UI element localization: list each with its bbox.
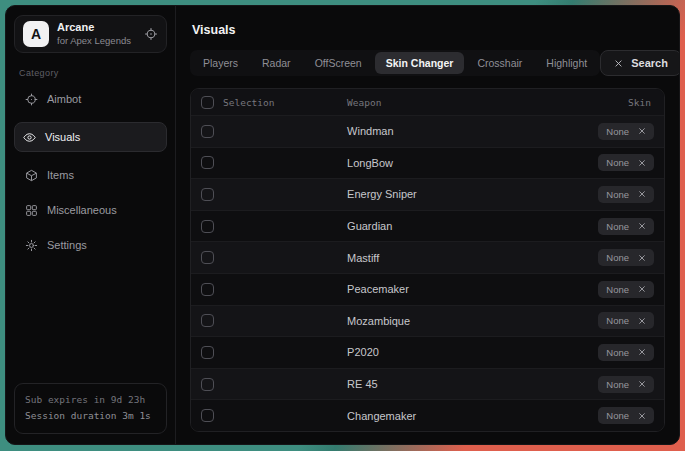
row-checkbox[interactable] <box>201 156 214 169</box>
table-row: Peacemaker None <box>191 273 664 305</box>
skin-badge[interactable]: None <box>598 123 654 140</box>
page-title: Visuals <box>192 23 663 37</box>
sidebar-item-label: Miscellaneous <box>47 204 117 216</box>
clear-skin-icon[interactable] <box>638 127 646 135</box>
tab-crosshair[interactable]: Crosshair <box>466 52 533 74</box>
toolbar: Players Radar OffScreen Skin Changer Cro… <box>190 50 665 76</box>
table-row: Mastiff None <box>191 241 664 273</box>
weapon-name: RE 45 <box>347 378 378 390</box>
weapon-name: Energy Sniper <box>347 188 417 200</box>
row-checkbox[interactable] <box>201 220 214 233</box>
row-checkbox[interactable] <box>201 314 214 327</box>
row-checkbox[interactable] <box>201 188 214 201</box>
clear-skin-icon[interactable] <box>638 222 646 230</box>
row-checkbox[interactable] <box>201 378 214 391</box>
row-checkbox[interactable] <box>201 251 214 264</box>
sidebar-item-items[interactable]: Items <box>16 161 165 189</box>
skin-badge[interactable]: None <box>598 218 654 235</box>
skin-badge-label: None <box>606 126 629 137</box>
weapon-name: Windman <box>347 125 393 137</box>
gear-icon <box>25 239 38 252</box>
subscription-status-card: Sub expires in 9d 23h Session duration 3… <box>14 383 167 434</box>
skin-badge[interactable]: None <box>598 344 654 361</box>
clear-skin-icon[interactable] <box>638 317 646 325</box>
weapon-name: P2020 <box>347 346 379 358</box>
search-icon <box>614 59 623 68</box>
table-row: Changemaker None <box>191 399 664 431</box>
skin-badge-label: None <box>606 410 629 421</box>
select-all-checkbox[interactable] <box>201 96 214 109</box>
box-icon <box>25 169 38 182</box>
clear-skin-icon[interactable] <box>638 412 646 420</box>
tab-highlight[interactable]: Highlight <box>535 52 598 74</box>
table-rows: Windman None LongBow None <box>191 115 664 431</box>
tab-radar[interactable]: Radar <box>251 52 302 74</box>
table-row: Guardian None <box>191 210 664 242</box>
sidebar-item-label: Settings <box>47 239 87 251</box>
search-button[interactable]: Search <box>600 50 680 76</box>
weapon-name: Changemaker <box>347 410 416 422</box>
grid-icon <box>25 204 38 217</box>
weapon-name: LongBow <box>347 157 393 169</box>
search-button-label: Search <box>631 57 668 69</box>
row-checkbox[interactable] <box>201 346 214 359</box>
sidebar-item-aimbot[interactable]: Aimbot <box>16 85 165 113</box>
sidebar-item-visuals[interactable]: Visuals <box>14 122 167 152</box>
table-row: RE 45 None <box>191 368 664 400</box>
skin-badge[interactable]: None <box>598 249 654 266</box>
sidebar: A Arcane for Apex Legends Category Aimbo… <box>6 6 176 444</box>
sidebar-item-label: Aimbot <box>47 93 81 105</box>
app-subtitle: for Apex Legends <box>57 35 131 47</box>
skin-badge[interactable]: None <box>598 186 654 203</box>
skin-badge-label: None <box>606 221 629 232</box>
clear-skin-icon[interactable] <box>638 190 646 198</box>
skin-badge[interactable]: None <box>598 281 654 298</box>
app-logo: A <box>23 21 49 47</box>
tab-players[interactable]: Players <box>192 52 249 74</box>
skin-badge[interactable]: None <box>598 376 654 393</box>
clear-skin-icon[interactable] <box>638 380 646 388</box>
skin-badge-label: None <box>606 347 629 358</box>
clear-skin-icon[interactable] <box>638 285 646 293</box>
weapon-name: Peacemaker <box>347 283 409 295</box>
clear-skin-icon[interactable] <box>638 348 646 356</box>
column-header-skin: Skin <box>628 97 651 108</box>
skin-badge[interactable]: None <box>598 407 654 424</box>
skin-badge-label: None <box>606 315 629 326</box>
table-row: Windman None <box>191 115 664 147</box>
skin-badge[interactable]: None <box>598 154 654 171</box>
skin-badge-label: None <box>606 157 629 168</box>
sidebar-item-settings[interactable]: Settings <box>16 231 165 259</box>
clear-skin-icon[interactable] <box>638 254 646 262</box>
app-name: Arcane <box>57 21 131 35</box>
tab-skin-changer[interactable]: Skin Changer <box>375 52 465 74</box>
sidebar-item-label: Items <box>47 169 74 181</box>
table-row: Energy Sniper None <box>191 178 664 210</box>
main-panel: Visuals Players Radar OffScreen Skin Cha… <box>176 6 679 444</box>
table-row: Mozambique None <box>191 305 664 337</box>
weapon-name: Mozambique <box>347 315 410 327</box>
table-header: Selection Weapon Skin <box>191 89 664 115</box>
skin-badge-label: None <box>606 252 629 263</box>
brand-card: A Arcane for Apex Legends <box>14 15 167 53</box>
app-window: A Arcane for Apex Legends Category Aimbo… <box>5 5 680 445</box>
session-duration-text: Session duration 3m 1s <box>25 408 156 425</box>
skin-table: Selection Weapon Skin Windman None LongB… <box>190 88 665 432</box>
clear-skin-icon[interactable] <box>638 159 646 167</box>
row-checkbox[interactable] <box>201 125 214 138</box>
row-checkbox[interactable] <box>201 283 214 296</box>
sidebar-item-miscellaneous[interactable]: Miscellaneous <box>16 196 165 224</box>
table-row: P2020 None <box>191 336 664 368</box>
crosshair-icon <box>25 93 38 106</box>
eye-icon <box>23 131 36 144</box>
sub-expiry-text: Sub expires in 9d 23h <box>25 392 156 409</box>
weapon-name: Guardian <box>347 220 392 232</box>
category-label: Category <box>19 68 162 78</box>
tab-offscreen[interactable]: OffScreen <box>304 52 373 74</box>
skin-badge[interactable]: None <box>598 312 654 329</box>
skin-badge-label: None <box>606 379 629 390</box>
skin-badge-label: None <box>606 189 629 200</box>
target-icon[interactable] <box>144 27 158 41</box>
skin-badge-label: None <box>606 284 629 295</box>
row-checkbox[interactable] <box>201 409 214 422</box>
